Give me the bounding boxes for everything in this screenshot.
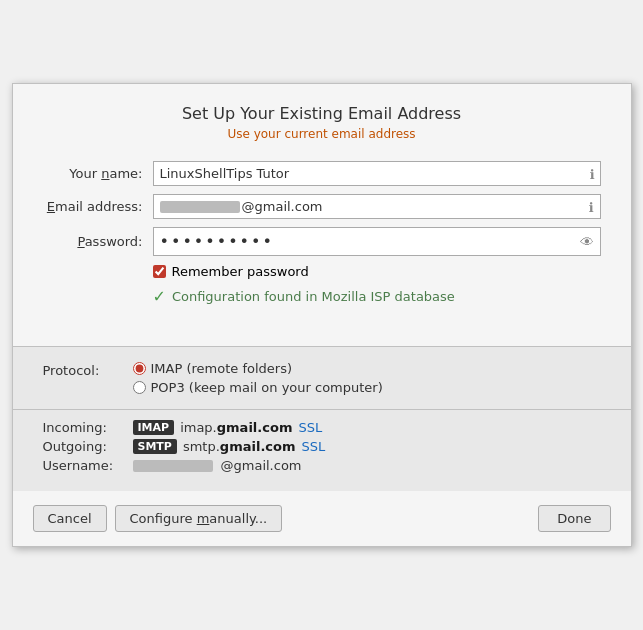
outgoing-host-domain: gmail.com [220, 439, 296, 454]
password-dots: •••••••••• [160, 232, 274, 251]
protocol-options: IMAP (remote folders) POP3 (keep mail on… [133, 361, 383, 395]
password-row: Password: •••••••••• 👁 [43, 227, 601, 256]
outgoing-row: Outgoing: SMTP smtp.gmail.com SSL [43, 439, 601, 454]
configure-manually-button[interactable]: Configure manually... [115, 505, 283, 532]
imap-radio[interactable] [133, 362, 146, 375]
configure-manually-label: Configure manually... [130, 511, 268, 526]
server-section: Incoming: IMAP imap.gmail.com SSL Outgoi… [13, 410, 631, 491]
email-blur [160, 201, 240, 213]
outgoing-host-prefix: smtp. [183, 439, 220, 454]
imap-label: IMAP (remote folders) [151, 361, 292, 376]
incoming-host-domain: gmail.com [217, 420, 293, 435]
dialog-subtitle: Use your current email address [33, 127, 611, 141]
name-row: Your name: ℹ [43, 161, 601, 186]
outgoing-host: smtp.gmail.com [183, 439, 296, 454]
footer-section: Cancel Configure manually... Done [13, 491, 631, 546]
protocol-section: Protocol: IMAP (remote folders) POP3 (ke… [13, 346, 631, 410]
incoming-host-prefix: imap. [180, 420, 217, 435]
name-input-wrapper: ℹ [153, 161, 601, 186]
username-label: Username: [43, 458, 133, 473]
incoming-host: imap.gmail.com [180, 420, 292, 435]
password-input-wrapper: •••••••••• 👁 [153, 227, 601, 256]
email-row: Email address: @gmail.com ℹ [43, 194, 601, 219]
outgoing-value: SMTP smtp.gmail.com SSL [133, 439, 326, 454]
info-icon-name[interactable]: ℹ [590, 166, 595, 181]
outgoing-ssl: SSL [302, 439, 326, 454]
eye-icon-password[interactable]: 👁 [580, 234, 594, 250]
outgoing-label: Outgoing: [43, 439, 133, 454]
dialog-header: Set Up Your Existing Email Address Use y… [13, 84, 631, 151]
info-icon-email[interactable]: ℹ [589, 199, 594, 214]
username-blur [133, 460, 213, 472]
username-value: @gmail.com [133, 458, 302, 473]
cancel-button[interactable]: Cancel [33, 505, 107, 532]
status-text: Configuration found in Mozilla ISP datab… [172, 289, 455, 304]
remember-password-row: Remember password [153, 264, 601, 279]
done-button[interactable]: Done [538, 505, 610, 532]
incoming-label: Incoming: [43, 420, 133, 435]
dialog-title: Set Up Your Existing Email Address [33, 104, 611, 123]
remember-password-checkbox[interactable] [153, 265, 166, 278]
pop3-option[interactable]: POP3 (keep mail on your computer) [133, 380, 383, 395]
imap-option[interactable]: IMAP (remote folders) [133, 361, 383, 376]
status-row: ✓ Configuration found in Mozilla ISP dat… [153, 287, 601, 306]
email-setup-dialog: Set Up Your Existing Email Address Use y… [12, 83, 632, 547]
password-label: Password: [43, 234, 153, 249]
incoming-row: Incoming: IMAP imap.gmail.com SSL [43, 420, 601, 435]
form-section: Your name: ℹ Email address: @gmail.com ℹ… [13, 151, 631, 326]
name-label: Your name: [43, 166, 153, 181]
email-input-wrapper: @gmail.com ℹ [153, 194, 601, 219]
username-suffix: @gmail.com [221, 458, 302, 473]
pop3-radio[interactable] [133, 381, 146, 394]
footer-left: Cancel Configure manually... [33, 505, 283, 532]
remember-password-label[interactable]: Remember password [172, 264, 309, 279]
email-suffix: @gmail.com [242, 199, 323, 214]
pop3-label: POP3 (keep mail on your computer) [151, 380, 383, 395]
incoming-ssl: SSL [298, 420, 322, 435]
checkmark-icon: ✓ [153, 287, 166, 306]
protocol-row: Protocol: IMAP (remote folders) POP3 (ke… [43, 361, 601, 395]
imap-badge: IMAP [133, 420, 175, 435]
email-label: Email address: [43, 199, 153, 214]
protocol-label: Protocol: [43, 361, 133, 378]
username-row: Username: @gmail.com [43, 458, 601, 473]
smtp-badge: SMTP [133, 439, 177, 454]
spacer [13, 326, 631, 346]
incoming-value: IMAP imap.gmail.com SSL [133, 420, 323, 435]
name-input[interactable] [153, 161, 601, 186]
